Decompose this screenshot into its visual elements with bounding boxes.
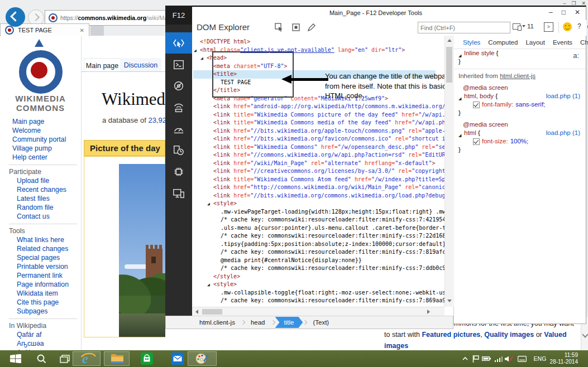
valued-images-link2[interactable]: images [384,342,408,350]
inherited-source-link[interactable]: html.client-js [500,73,536,79]
tray-battery-icon[interactable] [481,350,491,367]
hscroll-thumb[interactable] [202,309,222,315]
dom-tree-node[interactable]: <link href="//creativecommons.org/licens… [213,167,452,176]
sidebar-link-help-center[interactable]: Help center [8,153,79,162]
sidebar-link-printable-version[interactable]: Printable version [8,262,79,271]
dom-tree-node[interactable]: <link href="android-app://org.wikipedia/… [213,103,453,111]
expander-triangle-icon[interactable]: ◢ [200,56,203,61]
sidebar-link-special-pages[interactable]: Special pages [8,253,79,262]
scroll-right-icon[interactable] [427,310,430,314]
dom-tree-node[interactable]: .tipsy{padding:5px;position:absolute;z-i… [221,240,453,249]
sidebar-link-contact-us[interactable]: Contact us [8,212,79,221]
tool-network-icon[interactable] [165,97,192,118]
expander-triangle-icon[interactable]: ◢ [194,49,197,53]
select-element-icon[interactable] [275,23,284,32]
valued-images-link[interactable]: Valued [544,331,566,339]
taskbar-internet-explorer-icon[interactable]: e [78,350,98,367]
tool-profiler-icon[interactable] [165,161,192,182]
sidebar-link-main-page[interactable]: Main page [8,117,79,126]
sidebar-link-qafár-af[interactable]: Qafár af [8,330,79,339]
breadcrumb-title[interactable]: title [275,317,303,328]
sidebar-link-wikidata-item[interactable]: Wikidata item [8,289,79,298]
sidebar-link-latest-files[interactable]: Latest files [8,194,79,203]
dom-tree-node[interactable]: <style> [213,200,237,208]
open-console-button[interactable]: > [544,22,553,32]
stylesheet-source-link[interactable]: load.php (1) [546,92,580,100]
tool-emulation-icon[interactable] [165,183,192,204]
expander-triangle-icon[interactable]: ◢ [207,283,210,287]
sidebar-link-subpages[interactable]: Subpages [8,307,79,316]
scroll-down-icon[interactable] [447,300,452,302]
taskbar-mail-icon[interactable] [168,350,188,367]
sidebar-link-upload-file[interactable]: Upload file [8,176,79,185]
stylesheet-source-link[interactable]: load.php (1) [546,129,580,137]
element-highlight-icon[interactable] [291,23,300,32]
potd-image[interactable] [119,164,165,337]
taskbar-store-icon[interactable] [137,350,157,367]
dom-tree-node[interactable]: <link title="Wikimedia Commons picture o… [213,111,453,119]
dom-tree-node[interactable]: <link title="Wikimedia Commons Atom feed… [213,176,453,184]
sidebar-link-community-portal[interactable]: Community portal [8,135,79,144]
devtools-titlebar[interactable]: Main_Page - F12 Developer Tools – □ ✕ [165,6,586,20]
breadcrumb-html-client-js[interactable]: html.client-js [194,317,241,328]
document-mode-selector[interactable]: 11 [513,23,534,30]
dom-tree-node[interactable]: /* cache key: commonswiki:resourceloader… [221,216,453,224]
feedback-smiley-icon[interactable] [563,22,572,31]
tray-keyboard-icon[interactable] [517,350,527,367]
styles-tab-computed[interactable]: Computed [488,39,518,46]
breadcrumb--text-[interactable]: (Text) [307,317,334,328]
scroll-left-icon[interactable] [195,310,198,314]
sidebar-link-page-information[interactable]: Page information [8,280,79,289]
help-icon[interactable]: ? [577,22,581,30]
new-tab-button[interactable] [90,26,104,36]
wiki-tab-discussion[interactable]: Discussion [120,58,161,72]
styles-tab-events[interactable]: Events [553,39,572,46]
dom-tree-node[interactable]: .mw-collapsible-toggle{float:right;-moz-… [221,289,453,297]
sidebar-link-permanent-link[interactable]: Permanent link [8,271,79,280]
dom-tree-node[interactable]: /* cache key: commonswiki:resourceloader… [221,264,453,273]
dom-tree-node[interactable]: <link title="Wikimedia Commons" href="/w… [213,143,453,152]
scroll-up-icon[interactable] [447,39,452,42]
sidebar-link-related-changes[interactable]: Related changes [8,244,79,253]
featured-pictures-link[interactable]: Featured pictures [422,331,480,339]
dom-tree-node[interactable]: <link href="/wiki/Main_Page" rel="altern… [213,160,435,168]
back-button[interactable] [6,7,25,27]
tray-network-bars-icon[interactable] [494,350,504,367]
dom-tree-node[interactable]: /* cache key: commonswiki:resourceloader… [221,297,453,305]
devtools-minimize-button[interactable]: – [549,8,553,16]
devtools-maximize-button[interactable]: □ [562,8,566,16]
tray-chevron-up-icon[interactable] [460,350,470,367]
dom-tree-node[interactable]: <link href="//bits.wikimedia.org/commons… [213,192,453,200]
scroll-down-icon[interactable] [582,331,588,337]
dom-tree-node[interactable]: <link href="http://commons.wikimedia.org… [213,184,453,192]
tool-performance-icon[interactable] [165,118,192,139]
property-checkbox[interactable] [473,138,480,145]
tool-dom-explorer-icon[interactable] [165,32,192,54]
styles-tab-styles[interactable]: Styles [463,39,480,46]
dom-tree-pane[interactable]: You can change the title of the webpage … [192,36,453,316]
inline-style-rule[interactable]: ◢Inline style { [454,49,586,57]
tray-flag-icon[interactable] [471,350,481,367]
dom-tree-node[interactable]: /* cache key: commonswiki:resourceloader… [221,232,453,240]
taskbar-file-explorer-icon[interactable] [107,350,127,367]
taskbar-task-view-icon[interactable] [55,350,75,367]
dom-tree-node[interactable]: </style> [213,273,240,281]
tray-volume-muted-icon[interactable] [504,350,514,367]
tool-debugger-icon[interactable] [165,75,192,96]
code-vertical-scrollbar[interactable] [444,36,454,307]
styles-tab-layout[interactable]: Layout [525,39,545,46]
quality-images-link[interactable]: Quality images [484,331,534,339]
devtools-close-button[interactable]: ✕ [575,8,580,16]
dom-tree-node[interactable]: .mw-viewPageTarget-loading{width:128px;h… [221,208,453,216]
dom-tree-node[interactable]: .uls-menu a{cursor:pointer}.uls-menu.cal… [221,224,453,233]
sidebar-link-cite-this-page[interactable]: Cite this page [8,298,79,307]
find-input[interactable] [418,22,510,33]
dom-tree-node[interactable]: <link title="Wikimedia Commons media of … [213,119,453,127]
dom-tree-node[interactable]: <link href="//bits.wikimedia.org/favicon… [213,135,453,143]
style-rule-selector[interactable]: ◢html, body {load.php (1) [454,92,586,100]
vscroll-thumb[interactable] [446,47,452,83]
sidebar-link-recent-changes[interactable]: Recent changes [8,185,79,194]
dom-tree-node[interactable]: <link href="//commons.wikimedia.org/w/ap… [213,151,453,160]
sidebar-link-welcome[interactable]: Welcome [8,126,79,135]
sidebar-link-village-pump[interactable]: Village pump [8,144,79,153]
